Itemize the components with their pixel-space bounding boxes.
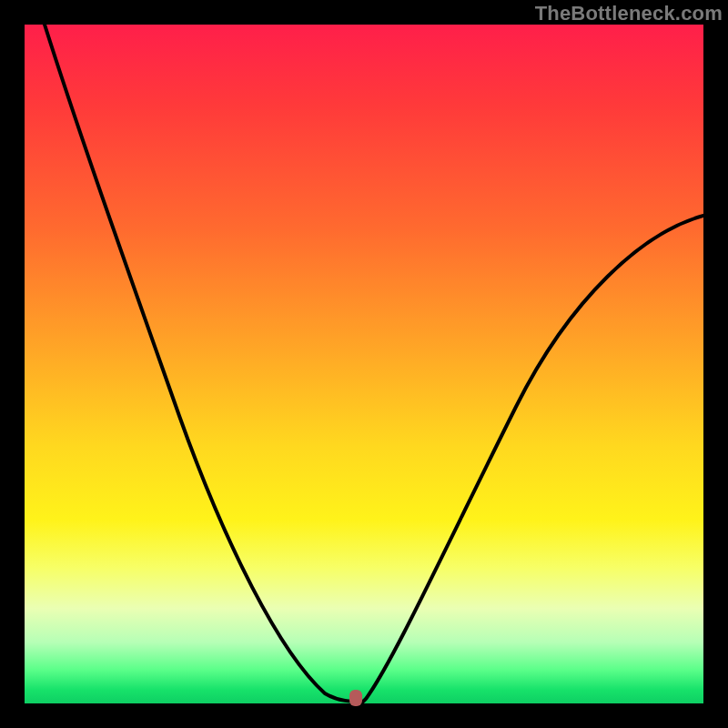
optimal-point-marker xyxy=(349,690,362,706)
chart-stage: TheBottleneck.com xyxy=(0,0,728,728)
curve-path xyxy=(45,25,703,702)
chart-plot-area xyxy=(25,25,703,703)
watermark-text: TheBottleneck.com xyxy=(535,2,723,25)
bottleneck-curve xyxy=(25,25,703,703)
